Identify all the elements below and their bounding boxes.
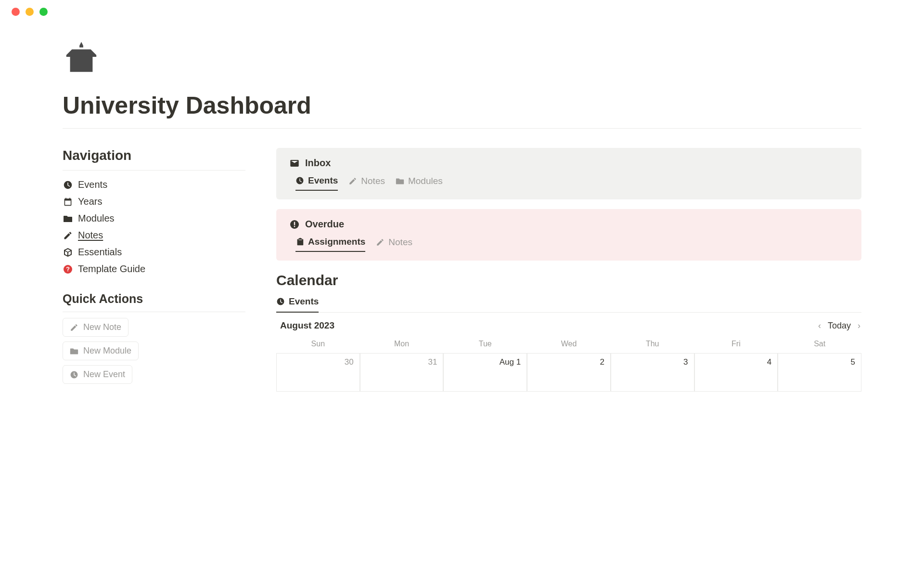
- calendar-cell[interactable]: 30: [276, 353, 360, 392]
- calendar-next-button[interactable]: ›: [858, 321, 860, 331]
- overdue-tab-notes[interactable]: Notes: [376, 236, 412, 252]
- calendar-tabs: Events: [276, 296, 861, 313]
- clock-icon: [63, 180, 73, 190]
- nav-label: Years: [78, 196, 102, 207]
- calendar-day-header: Wed: [527, 337, 611, 353]
- clock-icon: [295, 176, 304, 185]
- tab-label: Assignments: [308, 236, 365, 247]
- inbox-title: Inbox: [305, 158, 331, 169]
- calendar-month-label: August 2023: [280, 320, 334, 331]
- overdue-tabs: Assignments Notes: [290, 236, 848, 252]
- nav-label: Modules: [78, 213, 115, 224]
- qa-label: New Module: [83, 346, 131, 356]
- tab-label: Notes: [388, 237, 412, 248]
- calendar-prev-button[interactable]: ‹: [818, 321, 821, 331]
- folder-icon: [70, 347, 78, 355]
- page-icon-school[interactable]: [63, 40, 861, 84]
- pencil-icon: [376, 238, 385, 247]
- calendar-cell[interactable]: 3: [611, 353, 694, 392]
- nav-item-notes[interactable]: Notes: [63, 227, 245, 244]
- calendar-day-header: Sat: [778, 337, 861, 353]
- calendar-heading: Calendar: [276, 272, 861, 289]
- nav-item-template-guide[interactable]: Template Guide: [63, 261, 245, 277]
- maximize-window-button[interactable]: [39, 8, 48, 16]
- pencil-icon: [70, 323, 78, 332]
- tab-label: Notes: [361, 176, 385, 186]
- nav-item-essentials[interactable]: Essentials: [63, 244, 245, 261]
- nav-label: Notes: [78, 230, 103, 241]
- inbox-icon: [290, 158, 299, 168]
- clock-icon: [276, 297, 285, 306]
- nav-item-events[interactable]: Events: [63, 176, 245, 193]
- navigation-list: Events Years Modules Notes Essentials: [63, 176, 245, 277]
- pencil-icon: [63, 230, 73, 241]
- overdue-panel: Overdue Assignments Notes: [276, 209, 861, 261]
- calendar-cell[interactable]: 31: [360, 353, 444, 392]
- tab-label: Modules: [408, 176, 443, 186]
- clipboard-icon: [295, 237, 304, 246]
- tab-label: Events: [308, 175, 338, 186]
- close-window-button[interactable]: [12, 8, 20, 16]
- window-traffic-lights: [0, 0, 924, 16]
- nav-item-modules[interactable]: Modules: [63, 210, 245, 227]
- alert-icon: [290, 220, 299, 229]
- calendar-day-header: Mon: [360, 337, 444, 353]
- box-icon: [63, 247, 73, 258]
- quick-actions-heading: Quick Actions: [63, 292, 245, 306]
- divider: [63, 312, 245, 312]
- calendar-tab-events[interactable]: Events: [276, 296, 319, 313]
- nav-label: Essentials: [78, 247, 122, 258]
- navigation-heading: Navigation: [63, 148, 245, 163]
- calendar-cell[interactable]: Aug 1: [443, 353, 527, 392]
- folder-icon: [396, 177, 404, 185]
- help-icon: [63, 264, 73, 275]
- inbox-panel: Inbox Events Notes Modules: [276, 148, 861, 199]
- calendar-cells: 3031Aug 12345: [276, 353, 861, 392]
- calendar-cell[interactable]: 4: [694, 353, 778, 392]
- inbox-header: Inbox: [290, 158, 848, 169]
- calendar-icon: [63, 197, 73, 207]
- overdue-tab-assignments[interactable]: Assignments: [295, 236, 365, 252]
- inbox-tab-events[interactable]: Events: [295, 175, 338, 191]
- calendar-day-header: Fri: [694, 337, 778, 353]
- calendar-cell[interactable]: 5: [778, 353, 861, 392]
- nav-label: Events: [78, 179, 107, 190]
- divider: [63, 170, 245, 171]
- folder-icon: [63, 213, 73, 224]
- calendar-cell[interactable]: 2: [527, 353, 611, 392]
- tab-label: Events: [289, 296, 319, 307]
- clock-icon: [70, 370, 78, 379]
- new-note-button[interactable]: New Note: [63, 318, 128, 337]
- nav-label: Template Guide: [78, 263, 145, 275]
- calendar-day-header: Tue: [443, 337, 527, 353]
- inbox-tabs: Events Notes Modules: [290, 175, 848, 191]
- new-module-button[interactable]: New Module: [63, 342, 139, 360]
- new-event-button[interactable]: New Event: [63, 365, 132, 384]
- calendar-today-button[interactable]: Today: [828, 321, 851, 331]
- calendar-day-headers: SunMonTueWedThuFriSat: [276, 337, 861, 353]
- overdue-title: Overdue: [305, 219, 344, 230]
- overdue-header: Overdue: [290, 219, 848, 230]
- inbox-tab-notes[interactable]: Notes: [348, 175, 385, 191]
- nav-item-years[interactable]: Years: [63, 193, 245, 210]
- qa-label: New Note: [83, 322, 121, 332]
- pencil-icon: [348, 177, 357, 185]
- qa-label: New Event: [83, 369, 125, 380]
- minimize-window-button[interactable]: [26, 8, 34, 16]
- calendar-day-header: Sun: [276, 337, 360, 353]
- page-title: University Dashboard: [63, 92, 861, 129]
- calendar-day-header: Thu: [611, 337, 694, 353]
- inbox-tab-modules[interactable]: Modules: [396, 175, 443, 191]
